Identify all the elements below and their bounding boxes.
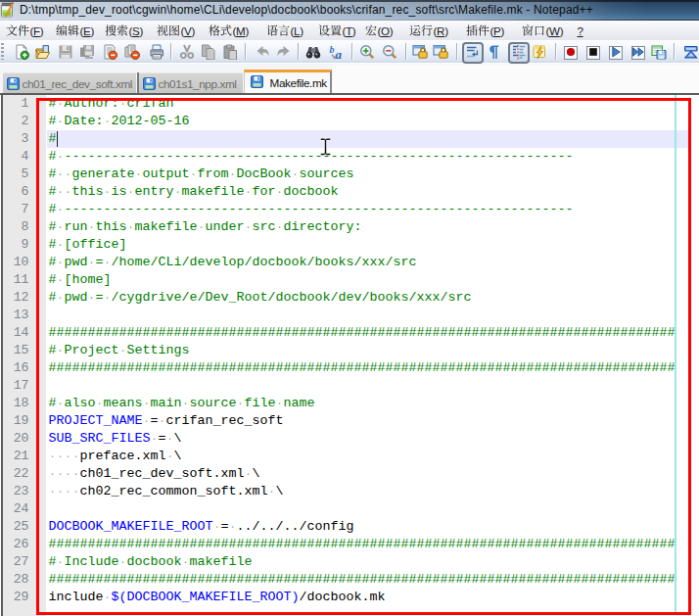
svg-text:a: a [336, 47, 343, 60]
svg-text:b: b [330, 44, 335, 55]
